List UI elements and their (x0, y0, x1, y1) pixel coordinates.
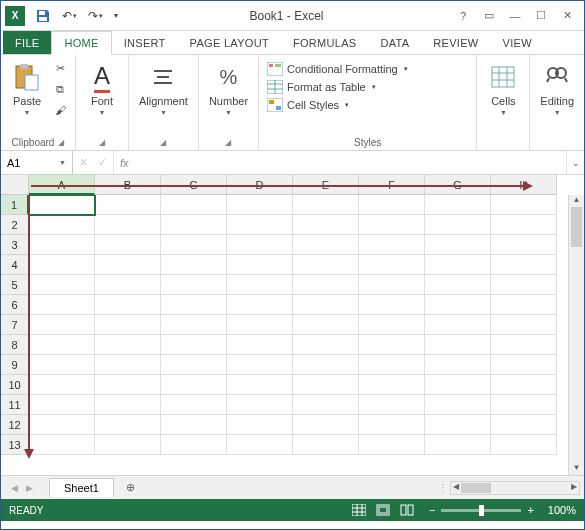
cell[interactable] (29, 295, 95, 315)
cell[interactable] (425, 255, 491, 275)
cell[interactable] (293, 275, 359, 295)
cell[interactable] (227, 275, 293, 295)
row-header[interactable]: 2 (1, 215, 29, 235)
cell[interactable] (29, 355, 95, 375)
alignment-button[interactable]: Alignment ▼ (135, 59, 192, 118)
cell[interactable] (293, 315, 359, 335)
cut-button[interactable]: ✂ (51, 59, 69, 77)
cell[interactable] (293, 255, 359, 275)
cell[interactable] (425, 315, 491, 335)
cell[interactable] (161, 375, 227, 395)
cell[interactable] (161, 235, 227, 255)
tab-data[interactable]: DATA (368, 31, 421, 54)
cell[interactable] (29, 315, 95, 335)
format-painter-button[interactable]: 🖌 (51, 101, 69, 119)
help-button[interactable]: ? (450, 5, 476, 27)
row-header[interactable]: 3 (1, 235, 29, 255)
cell[interactable] (491, 195, 557, 215)
cell[interactable] (491, 355, 557, 375)
clipboard-launcher[interactable]: ◢ (58, 138, 64, 147)
cell[interactable] (161, 435, 227, 455)
zoom-slider[interactable] (441, 509, 521, 512)
cell[interactable] (29, 255, 95, 275)
cell[interactable] (359, 235, 425, 255)
cell[interactable] (95, 375, 161, 395)
row-header[interactable]: 9 (1, 355, 29, 375)
cell[interactable] (491, 255, 557, 275)
cell[interactable] (491, 415, 557, 435)
cell[interactable] (161, 275, 227, 295)
cell[interactable] (293, 235, 359, 255)
cell[interactable] (227, 435, 293, 455)
scroll-left-arrow[interactable]: ◀ (451, 482, 461, 491)
cell[interactable] (425, 435, 491, 455)
sheet-nav-prev[interactable]: ◀ (11, 483, 18, 493)
cell[interactable] (293, 335, 359, 355)
row-header[interactable]: 5 (1, 275, 29, 295)
cell[interactable] (227, 375, 293, 395)
cell[interactable] (425, 295, 491, 315)
row-header[interactable]: 7 (1, 315, 29, 335)
row-header[interactable]: 6 (1, 295, 29, 315)
add-sheet-button[interactable]: ⊕ (120, 477, 142, 499)
tab-home[interactable]: HOME (51, 31, 111, 55)
maximize-button[interactable]: ☐ (528, 5, 554, 27)
sheet-nav-next[interactable]: ▶ (26, 483, 33, 493)
cell[interactable] (227, 415, 293, 435)
formula-input[interactable] (135, 151, 566, 174)
close-button[interactable]: ✕ (554, 5, 580, 27)
cell[interactable] (425, 335, 491, 355)
tab-page-layout[interactable]: PAGE LAYOUT (178, 31, 281, 54)
cell[interactable] (161, 215, 227, 235)
cell[interactable] (359, 275, 425, 295)
cell[interactable] (491, 375, 557, 395)
cancel-formula-button[interactable]: ✕ (79, 156, 88, 169)
cell[interactable] (29, 215, 95, 235)
undo-button[interactable]: ↶▾ (57, 4, 81, 28)
row-header[interactable]: 8 (1, 335, 29, 355)
cell[interactable] (491, 275, 557, 295)
font-launcher[interactable]: ◢ (99, 138, 105, 147)
scrollbar-thumb[interactable] (571, 207, 582, 247)
scrollbar-thumb[interactable] (461, 483, 491, 493)
zoom-out-button[interactable]: − (429, 504, 435, 516)
cell[interactable] (95, 435, 161, 455)
cell[interactable] (95, 335, 161, 355)
cell[interactable] (425, 375, 491, 395)
paste-button[interactable]: Paste ▼ (7, 59, 47, 118)
cell[interactable] (359, 315, 425, 335)
cell[interactable] (293, 435, 359, 455)
cell[interactable] (29, 275, 95, 295)
minimize-button[interactable]: — (502, 5, 528, 27)
horizontal-scrollbar[interactable]: ◀ ▶ (450, 481, 580, 495)
zoom-percentage[interactable]: 100% (548, 504, 576, 516)
cell[interactable] (425, 355, 491, 375)
cell[interactable] (161, 315, 227, 335)
alignment-launcher[interactable]: ◢ (160, 138, 166, 147)
tab-file[interactable]: FILE (3, 31, 51, 54)
cell[interactable] (161, 255, 227, 275)
cell[interactable] (491, 395, 557, 415)
scroll-right-arrow[interactable]: ▶ (569, 482, 579, 491)
cell[interactable] (293, 355, 359, 375)
name-box[interactable]: A1 ▼ (1, 151, 73, 174)
cell[interactable] (29, 435, 95, 455)
cell[interactable] (293, 295, 359, 315)
cell[interactable] (29, 335, 95, 355)
cell[interactable] (359, 295, 425, 315)
cell[interactable] (359, 395, 425, 415)
number-launcher[interactable]: ◢ (225, 138, 231, 147)
cell[interactable] (293, 215, 359, 235)
cells-button[interactable]: Cells ▼ (483, 59, 523, 118)
cell[interactable] (425, 395, 491, 415)
cell[interactable] (293, 415, 359, 435)
cell[interactable] (359, 355, 425, 375)
tab-insert[interactable]: INSERT (112, 31, 178, 54)
zoom-in-button[interactable]: + (527, 504, 533, 516)
cell[interactable] (95, 415, 161, 435)
cell[interactable] (227, 215, 293, 235)
cell[interactable] (95, 295, 161, 315)
cell[interactable] (29, 395, 95, 415)
cell[interactable] (491, 235, 557, 255)
cell[interactable] (95, 355, 161, 375)
